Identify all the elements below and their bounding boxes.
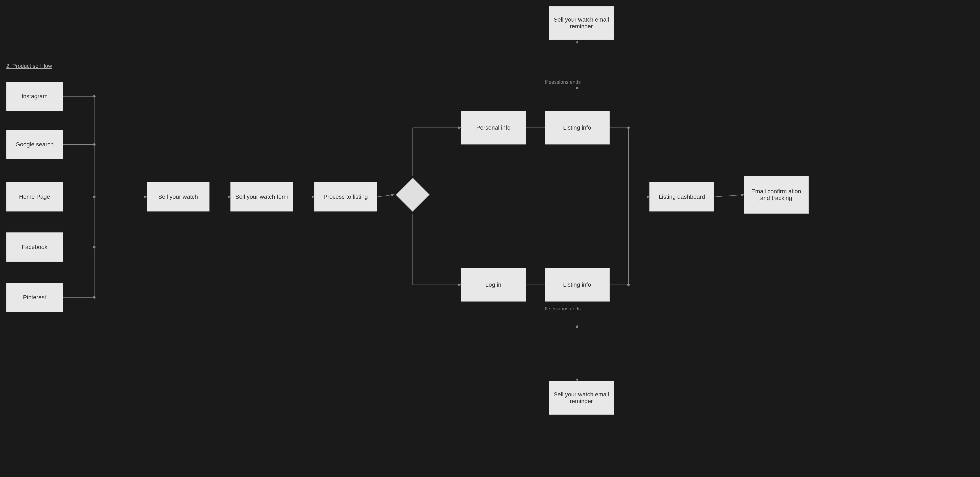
if-sessions-ends-bottom-label: If sessions ends [545,306,581,312]
node-google-search: Google search [6,130,63,159]
svg-line-23 [714,195,744,197]
node-listing-info-top: Listing info [545,111,609,145]
node-listing-dashboard: Listing dashboard [649,182,714,211]
section-label: 2. Product sell flow [6,63,52,69]
node-home-page: Home Page [6,182,63,211]
decision-diamond [394,176,431,213]
node-instagram: Instagram [6,82,63,111]
node-process-to-listing: Process to listing [314,182,377,211]
node-log-in: Log in [461,268,526,302]
if-sessions-ends-top-label: If sessions ends [545,79,581,85]
node-email-confirm: Email confirm ation and tracking [744,176,809,213]
svg-line-11 [377,195,394,197]
node-sell-your-watch: Sell your watch [146,182,210,211]
node-listing-info-bottom: Listing info [545,268,609,302]
svg-marker-0 [396,178,430,211]
node-email-reminder-bottom: Sell your watch email reminder [549,381,614,415]
node-facebook: Facebook [6,232,63,262]
node-personal-info: Personal info [461,111,526,145]
node-email-reminder-top: Sell your watch email reminder [549,6,614,40]
node-sell-your-watch-form: Sell your watch form [231,182,293,211]
node-pinterest: Pinterest [6,283,63,312]
